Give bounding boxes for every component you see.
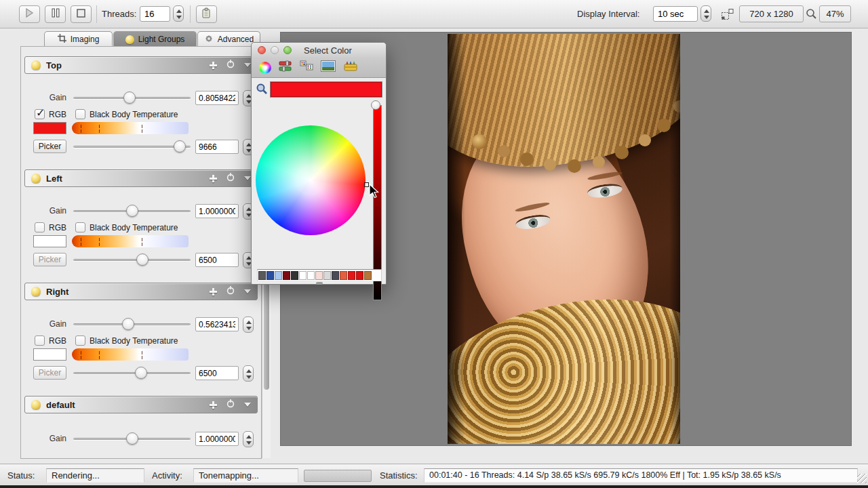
add-icon[interactable] [210,288,217,296]
temperature-value-input[interactable] [195,253,239,267]
color-swatch[interactable] [291,271,298,280]
chevron-down-icon[interactable] [244,289,251,293]
temperature-gradient-bar[interactable] [72,235,189,247]
group-color-swatch[interactable] [33,348,66,361]
copy-to-clipboard-button[interactable] [196,5,217,23]
group-name: Left [46,174,62,184]
color-swatch[interactable] [332,271,339,280]
slider-thumb[interactable] [174,140,186,152]
gain-value-input[interactable] [195,91,239,105]
photo-vignette [669,34,680,444]
group-color-swatch[interactable] [33,122,66,134]
group-color-swatch[interactable] [33,235,66,247]
color-palettes-mode-icon[interactable] [300,60,313,75]
slider-thumb[interactable] [126,432,138,445]
display-interval-input[interactable] [653,6,698,22]
render-pause-button[interactable] [45,5,66,23]
threads-input[interactable] [140,6,170,22]
color-swatch[interactable] [307,271,315,280]
magnifier-picker-icon[interactable] [256,83,268,95]
gain-slider[interactable] [73,203,191,220]
color-sliders-mode-icon[interactable] [279,60,292,75]
black-body-checkbox[interactable] [75,109,85,119]
color-swatch[interactable] [315,271,323,280]
black-body-checkbox[interactable] [75,336,85,346]
add-icon[interactable] [210,401,217,409]
black-body-checkbox[interactable] [75,222,85,232]
gain-stepper[interactable] [243,317,254,333]
add-icon[interactable] [210,62,217,69]
chevron-down-icon[interactable] [244,63,251,67]
zoom-magnifier-icon[interactable] [806,8,817,22]
gain-stepper[interactable] [243,431,254,447]
render-stop-button[interactable] [71,5,92,23]
group-header[interactable]: Right [24,283,258,300]
display-interval-stepper[interactable] [701,5,711,22]
color-swatch[interactable] [348,271,355,280]
picker-button[interactable]: Picker [33,140,66,153]
slider-thumb[interactable] [135,367,147,379]
color-swatch[interactable] [283,271,290,280]
gain-value-input[interactable] [195,432,239,446]
tab-imaging[interactable]: Imaging [44,31,113,47]
power-icon[interactable] [226,59,235,71]
gain-value-input[interactable] [195,317,239,331]
gain-slider[interactable] [73,431,191,447]
slider-thumb[interactable] [123,92,136,104]
temperature-value-input[interactable] [195,140,239,154]
color-swatch[interactable] [323,271,331,280]
render-resume-button[interactable] [19,5,40,23]
add-icon[interactable] [210,175,217,182]
minimize-icon[interactable] [271,46,279,54]
resolution-display: 488 x 868 [739,5,804,22]
temperature-slider[interactable] [73,252,191,268]
power-icon[interactable] [226,399,235,411]
color-swatch[interactable] [275,271,282,280]
color-swatch[interactable] [258,271,266,280]
activity-label: Activity: [152,470,182,481]
chevron-down-icon[interactable] [244,176,251,180]
gain-slider[interactable] [73,317,191,333]
color-selection-marker[interactable] [364,182,369,187]
dialog-titlebar[interactable]: Select Color [252,43,386,58]
color-wheel[interactable] [256,125,366,235]
swatch-drawer-handle[interactable] [316,282,323,285]
gain-value-input[interactable] [195,204,239,218]
crayons-mode-icon[interactable] [343,60,358,75]
gain-slider[interactable] [73,90,191,106]
temperature-value-input[interactable] [195,366,239,380]
resize-grip-icon[interactable] [857,474,867,483]
power-icon[interactable] [226,172,235,184]
rgb-checkbox[interactable] [35,109,45,119]
color-swatch[interactable] [267,271,274,280]
image-palettes-mode-icon[interactable] [321,60,336,75]
group-header[interactable]: Top [24,56,258,74]
color-swatch[interactable] [356,271,363,280]
close-icon[interactable] [258,46,266,54]
temperature-slider[interactable] [73,139,191,155]
group-header[interactable]: default [24,396,258,413]
power-icon[interactable] [226,285,235,298]
group-header[interactable]: Left [24,169,258,187]
tab-light-groups[interactable]: Light Groups [113,31,197,47]
resize-resolution-icon[interactable] [721,8,734,23]
threads-stepper[interactable] [173,5,184,22]
picker-button[interactable]: Picker [33,366,66,380]
color-swatch[interactable] [364,271,372,280]
slider-thumb[interactable] [122,318,134,330]
brightness-slider-handle[interactable] [371,100,380,110]
slider-thumb[interactable] [136,253,149,266]
chevron-down-icon[interactable] [244,403,251,407]
temperature-stepper[interactable] [243,365,254,382]
color-wheel-mode-icon[interactable] [259,62,271,74]
temperature-gradient-bar[interactable] [72,348,189,361]
temperature-slider[interactable] [73,365,191,382]
zoom-window-icon[interactable] [283,46,292,54]
temperature-gradient-bar[interactable] [72,122,189,134]
picker-button[interactable]: Picker [33,253,66,266]
rgb-checkbox[interactable] [35,336,45,346]
color-swatch[interactable] [299,271,307,280]
color-swatch[interactable] [340,271,347,280]
rgb-checkbox[interactable] [35,222,45,232]
slider-thumb[interactable] [126,205,138,217]
